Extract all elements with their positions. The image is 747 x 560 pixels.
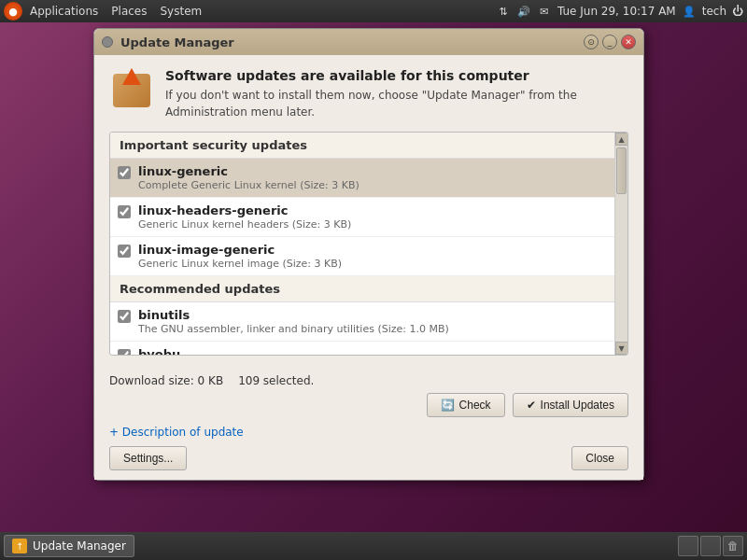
taskbar-item-label: Update Manager — [33, 539, 126, 553]
taskbar-right: 🗑 — [678, 536, 743, 556]
scrollbar-thumb[interactable] — [616, 147, 627, 194]
binutils-checkbox[interactable] — [118, 310, 131, 323]
security-section-header: Important security updates — [110, 133, 614, 159]
recommended-section-header: Recommended updates — [110, 276, 614, 302]
datetime-display: Tue Jun 29, 10:17 AM — [557, 5, 676, 18]
scroll-down-button[interactable]: ▼ — [615, 342, 628, 355]
linux-image-name: linux-image-generic — [138, 243, 607, 257]
binutils-info: binutils The GNU assembler, linker and b… — [138, 308, 607, 335]
update-item-linux-headers[interactable]: linux-headers-generic Generic Linux kern… — [110, 198, 614, 237]
update-item-linux-generic[interactable]: linux-generic Complete Generic Linux ker… — [110, 159, 614, 198]
linux-image-info: linux-image-generic Generic Linux kernel… — [138, 243, 607, 270]
window-content: Software updates are available for this … — [94, 55, 643, 367]
panel-right: ⇅ 🔊 ✉ Tue Jun 29, 10:17 AM 👤 tech ⏻ — [496, 4, 743, 19]
install-button-label: Install Updates — [541, 399, 614, 412]
updates-list: Important security updates linux-generic… — [110, 133, 614, 355]
linux-generic-name: linux-generic — [138, 164, 607, 178]
update-item-binutils[interactable]: binutils The GNU assembler, linker and b… — [110, 302, 614, 342]
username-display: tech — [702, 5, 726, 18]
linux-headers-name: linux-headers-generic — [138, 203, 607, 217]
sort-icon: ⇅ — [496, 4, 511, 19]
linux-headers-info: linux-headers-generic Generic Linux kern… — [138, 203, 607, 231]
volume-icon: 🔊 — [516, 4, 531, 19]
update-icon — [109, 68, 154, 113]
taskbar-corner-2[interactable] — [700, 536, 721, 556]
close-window-button[interactable]: ✕ — [621, 35, 636, 49]
update-item-byobu[interactable]: byobu a set of useful profiles and a pro… — [110, 342, 614, 355]
check-icon: 🔄 — [441, 399, 455, 412]
close-button-label: Close — [585, 452, 614, 465]
linux-generic-info: linux-generic Complete Generic Linux ker… — [138, 164, 607, 191]
user-icon: 👤 — [682, 4, 697, 19]
minimize-button[interactable]: _ — [602, 35, 617, 49]
top-panel: ● Applications Places System ⇅ 🔊 ✉ Tue J… — [0, 0, 747, 22]
window-title: Update Manager — [120, 35, 576, 49]
linux-headers-checkbox[interactable] — [118, 205, 131, 218]
scrollbar-thumb-area — [615, 146, 627, 342]
install-updates-button[interactable]: ✔ Install Updates — [513, 393, 628, 417]
window-footer: Download size: 0 KB 109 selected. 🔄 Chec… — [94, 367, 643, 480]
update-manager-window: Update Manager ⊙ _ ✕ Software updates ar… — [93, 28, 644, 481]
system-menu[interactable]: System — [154, 3, 207, 20]
rollup-button[interactable]: ⊙ — [584, 35, 599, 49]
taskbar-update-manager[interactable]: ↑ Update Manager — [4, 535, 134, 557]
close-button[interactable]: Close — [571, 446, 628, 470]
check-button[interactable]: 🔄 Check — [427, 393, 505, 417]
footer-bottom: Settings... Close — [109, 446, 628, 470]
description-section: + Description of update — [109, 425, 628, 439]
selected-count-label: 109 selected. — [238, 374, 314, 387]
linux-generic-desc: Complete Generic Linux kernel (Size: 3 K… — [138, 179, 607, 191]
download-size-label: Download size: 0 KB — [109, 374, 223, 387]
taskbar-app-icon: ↑ — [12, 539, 27, 553]
title-dot — [102, 36, 113, 48]
footer-actions: 🔄 Check ✔ Install Updates — [109, 393, 628, 417]
places-menu[interactable]: Places — [106, 3, 152, 20]
taskbar: ↑ Update Manager 🗑 — [0, 532, 747, 560]
trash-icon[interactable]: 🗑 — [723, 536, 743, 556]
byobu-name: byobu — [138, 347, 607, 355]
update-header: Software updates are available for this … — [109, 68, 628, 120]
taskbar-corner-1[interactable] — [678, 536, 698, 556]
binutils-name: binutils — [138, 308, 607, 322]
description-link[interactable]: + Description of update — [109, 426, 244, 439]
linux-generic-checkbox[interactable] — [118, 166, 131, 179]
binutils-desc: The GNU assembler, linker and binary uti… — [138, 323, 607, 335]
window-titlebar: Update Manager ⊙ _ ✕ — [94, 29, 643, 55]
check-button-label: Check — [459, 399, 491, 412]
applications-menu[interactable]: Applications — [24, 3, 104, 20]
linux-image-checkbox[interactable] — [118, 245, 131, 258]
updates-container: Important security updates linux-generic… — [109, 132, 628, 356]
linux-headers-desc: Generic Linux kernel headers (Size: 3 KB… — [138, 218, 607, 231]
install-icon: ✔ — [527, 399, 536, 412]
linux-image-desc: Generic Linux kernel image (Size: 3 KB) — [138, 258, 607, 270]
byobu-checkbox[interactable] — [118, 349, 131, 355]
header-text: Software updates are available for this … — [165, 68, 577, 120]
header-desc2: Administration menu later. — [165, 104, 577, 120]
header-title: Software updates are available for this … — [165, 68, 577, 83]
settings-button[interactable]: Settings... — [109, 446, 187, 470]
titlebar-buttons: ⊙ _ ✕ — [584, 35, 636, 49]
ubuntu-logo-icon: ● — [4, 2, 22, 21]
update-item-linux-image[interactable]: linux-image-generic Generic Linux kernel… — [110, 237, 614, 276]
header-desc1: If you don't want to install them now, c… — [165, 87, 577, 104]
byobu-info: byobu a set of useful profiles and a pro… — [138, 347, 607, 355]
scroll-up-button[interactable]: ▲ — [615, 133, 628, 146]
power-icon[interactable]: ⏻ — [732, 5, 743, 18]
footer-info: Download size: 0 KB 109 selected. — [109, 374, 628, 387]
panel-left: ● Applications Places System — [4, 2, 207, 21]
settings-button-label: Settings... — [123, 452, 173, 465]
scrollbar[interactable]: ▲ ▼ — [614, 133, 627, 355]
icon-arrow — [122, 68, 141, 85]
envelope-icon: ✉ — [537, 4, 552, 19]
